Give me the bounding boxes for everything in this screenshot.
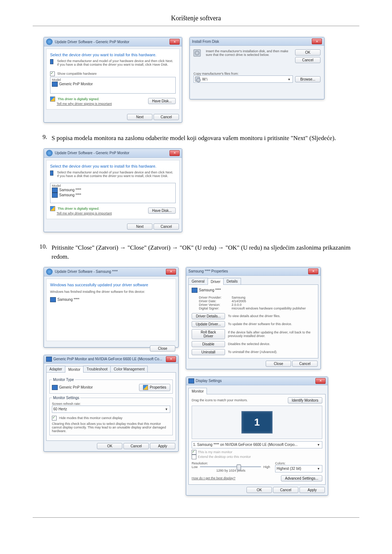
driver-details-button[interactable]: Driver Details... bbox=[192, 313, 225, 319]
close-icon[interactable]: ✕ bbox=[308, 268, 318, 274]
page-footer-rule bbox=[33, 517, 359, 518]
next-button[interactable]: Next bbox=[127, 223, 152, 230]
driver-details-text: To view details about the driver files. bbox=[228, 314, 281, 318]
close-icon[interactable]: ✕ bbox=[166, 356, 176, 362]
monitor-icon bbox=[52, 188, 58, 193]
extend-desktop-checkbox bbox=[192, 455, 196, 459]
extend-desktop-label: Extend the desktop onto this monitor bbox=[198, 455, 251, 459]
roll-back-text: If the device fails after updating the d… bbox=[228, 331, 315, 338]
disk-icon bbox=[193, 49, 201, 57]
cancel-button[interactable]: Cancel bbox=[123, 443, 149, 449]
close-button[interactable]: Close bbox=[150, 345, 175, 352]
model-item[interactable]: Generic PnP Monitor bbox=[59, 82, 93, 86]
slider-low: Low bbox=[192, 465, 198, 469]
tab-general[interactable]: General bbox=[188, 278, 208, 284]
roll-back-button[interactable]: Roll Back Driver bbox=[192, 329, 225, 339]
disable-button[interactable]: Disable bbox=[192, 341, 225, 347]
tab-monitor[interactable]: Monitor bbox=[188, 388, 207, 394]
ok-button[interactable]: OK bbox=[246, 487, 272, 493]
device-name: Samsung **** bbox=[199, 288, 221, 292]
figure-row-3: Update Driver Software - Samsung **** ✕ … bbox=[44, 267, 359, 496]
dialog-title: Update Driver Software - Samsung **** bbox=[55, 270, 118, 274]
monitor-icon bbox=[52, 193, 58, 198]
have-disk-button[interactable]: Have Disk... bbox=[148, 98, 176, 104]
page-title: Korištenje softvera bbox=[33, 15, 359, 26]
monitor-preview[interactable]: 1 bbox=[241, 411, 273, 434]
close-button[interactable]: Close bbox=[266, 361, 291, 367]
cancel-button[interactable]: Cancel bbox=[154, 114, 179, 120]
signing-link[interactable]: Tell me why driver signing is important bbox=[57, 212, 112, 215]
next-button[interactable]: Next bbox=[127, 114, 152, 120]
browse-button[interactable]: Browse... bbox=[295, 76, 320, 82]
compat-checkbox[interactable] bbox=[50, 71, 55, 76]
close-icon[interactable]: ✕ bbox=[170, 150, 180, 156]
tab-color-management[interactable]: Color Management bbox=[110, 366, 148, 372]
advanced-settings-button[interactable]: Advanced Settings... bbox=[281, 475, 322, 481]
dialog-update-driver-2: Update Driver Software - Generic PnP Mon… bbox=[44, 148, 182, 232]
compat-label: Show compatible hardware bbox=[57, 72, 97, 75]
model-item[interactable]: Samsung **** bbox=[59, 193, 81, 197]
monitor-icon bbox=[52, 82, 58, 87]
refresh-dropdown[interactable]: 60 Hertz ▾ bbox=[52, 406, 170, 413]
hide-modes-checkbox[interactable] bbox=[52, 416, 57, 420]
have-disk-button[interactable]: Have Disk... bbox=[148, 208, 176, 214]
provider-value: Samsung bbox=[232, 296, 245, 299]
version-label: Driver Version: bbox=[199, 303, 232, 307]
monitor-settings-label: Monitor Settings bbox=[52, 396, 80, 400]
tab-driver[interactable]: Driver bbox=[208, 278, 224, 285]
cancel-button[interactable]: Cancel bbox=[154, 223, 179, 230]
hide-modes-label: Hide modes that this monitor cannot disp… bbox=[59, 416, 123, 420]
close-icon[interactable]: ✕ bbox=[170, 39, 180, 45]
dialog-hint: Insert the manufacturer's installation d… bbox=[206, 49, 292, 63]
back-icon[interactable] bbox=[46, 38, 53, 45]
close-icon[interactable]: ✕ bbox=[312, 38, 322, 44]
disable-text: Disables the selected device. bbox=[228, 342, 270, 346]
back-icon[interactable] bbox=[46, 150, 53, 156]
refresh-value: 60 Hertz bbox=[53, 407, 67, 411]
apply-button[interactable]: Apply bbox=[150, 443, 175, 449]
hide-modes-note: Clearing this check box allows you to se… bbox=[52, 422, 170, 433]
figure-row-2: Update Driver Software - Generic PnP Mon… bbox=[44, 148, 359, 232]
ok-button[interactable]: OK bbox=[97, 443, 122, 449]
close-icon[interactable]: ✕ bbox=[166, 269, 176, 275]
monitor-select-dropdown[interactable]: 1. Samsung **** on NVIDIA GeForce 6600 L… bbox=[192, 441, 322, 448]
cancel-button[interactable]: Cancel bbox=[295, 57, 320, 63]
shield-icon bbox=[50, 206, 55, 211]
identify-button[interactable]: Identify Monitors bbox=[288, 397, 322, 403]
path-dropdown[interactable]: W:\ ▾ bbox=[193, 75, 293, 83]
model-item[interactable]: Samsung **** bbox=[59, 188, 81, 192]
monitor-icon bbox=[192, 288, 197, 293]
tab-troubleshoot[interactable]: Troubleshoot bbox=[83, 366, 111, 372]
dialog-title: Update Driver Software - Generic PnP Mon… bbox=[55, 151, 129, 155]
ok-button[interactable]: OK bbox=[295, 49, 320, 56]
tab-adapter[interactable]: Adapter bbox=[46, 366, 65, 372]
signing-link[interactable]: Tell me why driver signing is important bbox=[57, 102, 112, 106]
tab-details[interactable]: Details bbox=[223, 278, 241, 284]
shield-icon bbox=[143, 385, 148, 390]
dialog-install-from-disk: Install From Disk ✕ Insert the manufactu… bbox=[189, 37, 324, 99]
tab-monitor[interactable]: Monitor bbox=[65, 366, 83, 373]
resolution-slider[interactable]: Low High bbox=[192, 465, 270, 469]
uninstall-button[interactable]: Uninstall bbox=[192, 349, 225, 355]
apply-button[interactable]: Apply bbox=[299, 487, 325, 493]
colors-dropdown[interactable]: Highest (32 bit) ▾ bbox=[275, 465, 322, 472]
shield-icon bbox=[50, 97, 55, 102]
main-monitor-label: This is my main monitor bbox=[198, 450, 232, 454]
figure-row-1: Update Driver Software - Generic PnP Mon… bbox=[44, 37, 359, 123]
uninstall-text: To uninstall the driver (Advanced). bbox=[228, 350, 277, 354]
dialog-heading: Select the device driver you want to ins… bbox=[50, 164, 176, 168]
dialog-heading: Select the device driver you want to ins… bbox=[50, 53, 176, 57]
cancel-button[interactable]: Cancel bbox=[292, 361, 318, 367]
close-icon[interactable]: ✕ bbox=[315, 378, 326, 384]
monitor-icon bbox=[50, 297, 56, 302]
properties-button[interactable]: Properties bbox=[139, 384, 170, 391]
monitor-select-value: 1. Samsung **** on NVIDIA GeForce 6600 L… bbox=[193, 443, 298, 447]
dialog-title: Generic PnP Monitor and NVIDIA GeForce 6… bbox=[53, 357, 162, 361]
update-driver-button[interactable]: Update Driver... bbox=[192, 321, 225, 327]
refresh-label: Screen refresh rate: bbox=[52, 402, 170, 406]
chevron-down-icon: ▾ bbox=[286, 77, 291, 81]
best-display-link[interactable]: How do I get the best display? bbox=[192, 476, 236, 480]
monitor-type-label: Monitor Type bbox=[52, 378, 75, 382]
cancel-button[interactable]: Cancel bbox=[273, 487, 298, 493]
step-text: Pritisnite "Close" (Zatvori) → "Close" (… bbox=[52, 243, 359, 262]
